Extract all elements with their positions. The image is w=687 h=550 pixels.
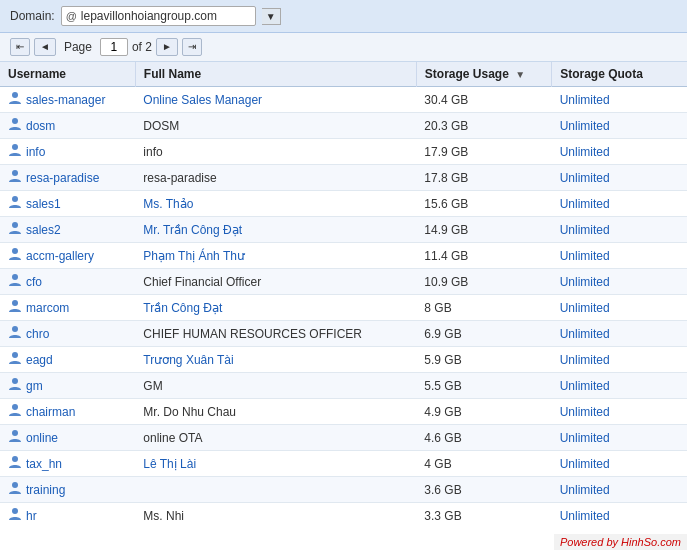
first-page-button[interactable]: ⇤ [10,38,30,56]
fullname-link[interactable]: Online Sales Manager [143,93,262,107]
fullname-cell: DOSM [135,113,416,139]
table-row: dosmDOSM20.3 GBUnlimited [0,113,687,139]
user-icon [8,169,22,186]
svg-point-3 [12,170,18,176]
username-link[interactable]: dosm [26,119,55,133]
table-row: training3.6 GBUnlimited [0,477,687,503]
svg-point-14 [12,456,18,462]
fullname-link[interactable]: Mr. Trần Công Đạt [143,223,242,237]
table-row: onlineonline OTA4.6 GBUnlimited [0,425,687,451]
svg-point-15 [12,482,18,488]
quota-cell: Unlimited [552,217,687,243]
user-icon [8,455,22,472]
page-number-input[interactable] [100,38,128,56]
username-cell: chro [0,321,135,347]
user-icon [8,91,22,108]
fullname-cell: Mr. Trần Công Đạt [135,217,416,243]
quota-cell: Unlimited [552,399,687,425]
quota-cell: Unlimited [552,347,687,373]
at-icon: @ [66,10,77,22]
username-link[interactable]: tax_hn [26,457,62,471]
quota-cell: Unlimited [552,113,687,139]
table-row: chairmanMr. Do Nhu Chau4.9 GBUnlimited [0,399,687,425]
username-cell: sales2 [0,217,135,243]
fullname-link[interactable]: Lê Thị Lài [143,457,196,471]
storage-cell: 20.3 GB [416,113,551,139]
svg-point-13 [12,430,18,436]
username-link[interactable]: marcom [26,301,69,315]
col-header-fullname[interactable]: Full Name [135,62,416,87]
username-cell: resa-paradise [0,165,135,191]
username-link[interactable]: chairman [26,405,75,419]
username-link[interactable]: resa-paradise [26,171,99,185]
user-icon [8,429,22,446]
username-link[interactable]: eagd [26,353,53,367]
svg-point-9 [12,326,18,332]
username-link[interactable]: cfo [26,275,42,289]
username-link[interactable]: info [26,145,45,159]
username-link[interactable]: accm-gallery [26,249,94,263]
table-row: tax_hnLê Thị Lài4 GBUnlimited [0,451,687,477]
table-row: chroCHIEF HUMAN RESOURCES OFFICER6.9 GBU… [0,321,687,347]
table-row: accm-galleryPhạm Thị Ánh Thư11.4 GBUnlim… [0,243,687,269]
quota-cell: Unlimited [552,269,687,295]
fullname-cell: Mr. Do Nhu Chau [135,399,416,425]
domain-dropdown-button[interactable]: ▼ [262,8,281,25]
fullname-cell: resa-paradise [135,165,416,191]
username-link[interactable]: chro [26,327,49,341]
fullname-cell: Trương Xuân Tài [135,347,416,373]
fullname-cell: Lê Thị Lài [135,451,416,477]
username-link[interactable]: training [26,483,65,497]
fullname-link[interactable]: Ms. Thảo [143,197,193,211]
username-cell: chairman [0,399,135,425]
username-cell: info [0,139,135,165]
next-page-button[interactable]: ► [156,38,178,56]
footer-watermark: Powered by HinhSo.com [554,534,687,550]
storage-cell: 3.3 GB [416,503,551,523]
col-header-storage[interactable]: Storage Usage ▼ [416,62,551,87]
user-icon [8,377,22,394]
username-cell: sales1 [0,191,135,217]
fullname-cell: Ms. Nhi [135,503,416,523]
fullname-cell: CHIEF HUMAN RESOURCES OFFICER [135,321,416,347]
last-page-button[interactable]: ⇥ [182,38,202,56]
user-icon [8,403,22,420]
user-icon [8,247,22,264]
username-cell: online [0,425,135,451]
prev-page-button[interactable]: ◄ [34,38,56,56]
fullname-link[interactable]: Trần Công Đạt [143,301,222,315]
username-link[interactable]: sales1 [26,197,61,211]
table-row: eagdTrương Xuân Tài5.9 GBUnlimited [0,347,687,373]
storage-cell: 5.5 GB [416,373,551,399]
col-header-quota[interactable]: Storage Quota [552,62,687,87]
username-link[interactable]: online [26,431,58,445]
fullname-cell: Chief Financial Officer [135,269,416,295]
fullname-cell: info [135,139,416,165]
col-header-username[interactable]: Username [0,62,135,87]
fullname-link[interactable]: Phạm Thị Ánh Thư [143,249,245,263]
svg-point-4 [12,196,18,202]
domain-bar: Domain: @ ▼ [0,0,687,33]
svg-point-6 [12,248,18,254]
table-row: marcomTrần Công Đạt8 GBUnlimited [0,295,687,321]
table-row: hrMs. Nhi3.3 GBUnlimited [0,503,687,523]
domain-input-wrapper: @ [61,6,256,26]
domain-input[interactable] [81,9,251,23]
user-icon [8,481,22,498]
username-cell: accm-gallery [0,243,135,269]
user-icon [8,351,22,368]
username-link[interactable]: sales-manager [26,93,105,107]
fullname-cell: Ms. Thảo [135,191,416,217]
username-link[interactable]: gm [26,379,43,393]
username-cell: dosm [0,113,135,139]
quota-cell: Unlimited [552,295,687,321]
username-link[interactable]: hr [26,509,37,523]
svg-point-12 [12,404,18,410]
user-icon [8,117,22,134]
table-row: sales1Ms. Thảo15.6 GBUnlimited [0,191,687,217]
fullname-link[interactable]: Trương Xuân Tài [143,353,233,367]
quota-cell: Unlimited [552,165,687,191]
username-link[interactable]: sales2 [26,223,61,237]
svg-point-5 [12,222,18,228]
storage-cell: 10.9 GB [416,269,551,295]
